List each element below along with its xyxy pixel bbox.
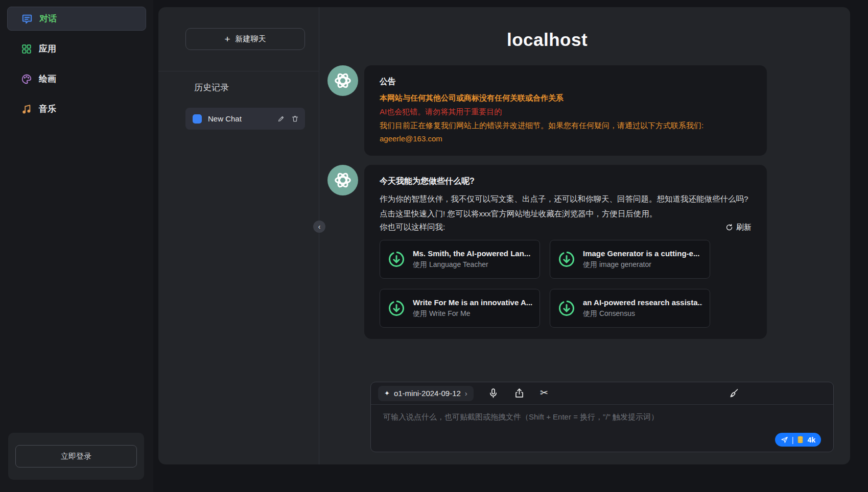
- sidebar-item-label: 音乐: [39, 103, 56, 115]
- coins-icon: [797, 436, 804, 444]
- model-label: o1-mini-2024-09-12: [394, 389, 461, 398]
- suggestion-subtitle: 使用 Language Teacher: [413, 260, 530, 269]
- suggestion-subtitle: 使用 Write For Me: [413, 309, 532, 318]
- history-item-actions: [277, 115, 299, 122]
- suggestion-card[interactable]: Ms. Smith, the AI-powered Lan... 使用 Lang…: [380, 240, 540, 279]
- model-selector[interactable]: ✦ o1-mini-2024-09-12 ›: [378, 386, 474, 401]
- welcome-body: 作为你的智慧伙伴，我不仅可以写文案、出点子，还可以和你聊天、回答问题。想知道我还…: [380, 192, 752, 221]
- announcement-line: AI也会犯错。请勿将其用于重要目的: [380, 106, 752, 117]
- chat-color-icon: [193, 114, 202, 124]
- use-app-icon: [387, 299, 406, 317]
- login-button[interactable]: 立即登录: [15, 445, 137, 468]
- apps-grid-icon: [21, 43, 32, 55]
- chat-bubble-icon: [21, 13, 33, 24]
- collapse-sidebar-button[interactable]: ‹: [313, 220, 325, 233]
- music-note-icon: [21, 104, 32, 115]
- history-item-new-chat[interactable]: New Chat: [185, 108, 305, 130]
- assistant-avatar: [327, 165, 358, 195]
- chat-list-divider: [158, 71, 319, 71]
- main-panel: + 新建聊天 历史记录 New Chat ‹ localhost: [158, 7, 850, 464]
- use-app-icon: [557, 299, 576, 317]
- suggestion-subtitle: 使用 Consensus: [583, 309, 702, 318]
- chat-area: ‹ localhost 公告 本网站与任何其他公司或商标没有任何关联或合作关系 …: [319, 7, 850, 464]
- message-input[interactable]: [371, 405, 833, 435]
- suggestion-title: Image Generator is a cutting-e...: [583, 249, 699, 258]
- suggestion-card[interactable]: an AI-powered research assista... 使用 Con…: [550, 289, 710, 328]
- send-token-badge[interactable]: | 4k: [775, 433, 821, 447]
- history-item-title: New Chat: [208, 114, 271, 123]
- composer-toolbar: ✦ o1-mini-2024-09-12 › ✂: [371, 382, 833, 405]
- page-title: localhost: [327, 30, 767, 50]
- refresh-label: 刷新: [736, 223, 752, 232]
- send-plane-icon: [781, 436, 788, 444]
- palette-icon: [21, 73, 32, 85]
- chevron-right-icon: ›: [465, 389, 467, 398]
- message-announcement: 公告 本网站与任何其他公司或商标没有任何关联或合作关系 AI也会犯错。请勿将其用…: [327, 65, 767, 156]
- plus-icon: +: [224, 34, 230, 44]
- separator: |: [792, 436, 794, 444]
- use-app-icon: [387, 250, 406, 268]
- microphone-icon[interactable]: [488, 388, 499, 399]
- suggestion-subtitle: 使用 image generator: [583, 260, 699, 269]
- token-count: 4k: [807, 436, 815, 444]
- new-chat-label: 新建聊天: [236, 34, 266, 44]
- sparkle-icon: ✦: [384, 389, 390, 397]
- refresh-button[interactable]: 刷新: [725, 223, 752, 232]
- new-chat-button[interactable]: + 新建聊天: [185, 28, 305, 50]
- prompt-line: 你也可以这样问我:: [380, 222, 445, 233]
- message-welcome: 今天我能为您做些什么呢? 作为你的智慧伙伴，我不仅可以写文案、出点子，还可以和你…: [327, 165, 767, 339]
- clear-broom-icon[interactable]: [729, 388, 739, 399]
- announcement-line: 我们目前正在修复我们网站上的错误并改进细节。如果您有任何疑问，请通过以下方式联系…: [380, 120, 752, 131]
- suggestion-cards: Ms. Smith, the AI-powered Lan... 使用 Lang…: [380, 240, 752, 328]
- openai-logo-icon: [333, 170, 353, 190]
- sidebar-item-label: 对话: [39, 13, 57, 24]
- sidebar-item-label: 应用: [39, 43, 56, 55]
- chat-list-panel: + 新建聊天 历史记录 New Chat: [158, 7, 319, 464]
- history-title: 历史记录: [194, 82, 229, 93]
- upload-icon[interactable]: [514, 388, 525, 399]
- refresh-icon: [725, 224, 733, 231]
- announcement-email[interactable]: ageerle@163.com: [380, 133, 752, 144]
- suggestion-title: Ms. Smith, the AI-powered Lan...: [413, 249, 530, 258]
- composer: ✦ o1-mini-2024-09-12 › ✂: [370, 382, 834, 452]
- sidebar-item-apps[interactable]: 应用: [7, 37, 146, 61]
- use-app-icon: [557, 250, 576, 268]
- announcement-line: 本网站与任何其他公司或商标没有任何关联或合作关系: [380, 92, 752, 104]
- edit-icon[interactable]: [277, 115, 285, 122]
- delete-icon[interactable]: [291, 115, 299, 122]
- welcome-heading: 今天我能为您做些什么呢?: [380, 176, 752, 187]
- assistant-avatar: [327, 65, 358, 96]
- suggestion-title: Write For Me is an innovative A...: [413, 298, 532, 307]
- announcement-bubble: 公告 本网站与任何其他公司或商标没有任何关联或合作关系 AI也会犯错。请勿将其用…: [364, 65, 767, 156]
- suggestion-card[interactable]: Write For Me is an innovative A... 使用 Wr…: [380, 289, 540, 328]
- sidebar: 对话 应用 绘画 音乐 立即登录: [0, 0, 153, 492]
- login-card: 立即登录: [8, 433, 144, 480]
- sidebar-item-label: 绘画: [39, 73, 56, 85]
- scissors-icon[interactable]: ✂: [540, 388, 551, 399]
- suggestion-title: an AI-powered research assista...: [583, 298, 702, 307]
- welcome-bubble: 今天我能为您做些什么呢? 作为你的智慧伙伴，我不仅可以写文案、出点子，还可以和你…: [364, 165, 767, 339]
- announcement-heading: 公告: [380, 77, 752, 87]
- suggestion-card[interactable]: Image Generator is a cutting-e... 使用 ima…: [550, 240, 710, 279]
- sidebar-item-drawing[interactable]: 绘画: [7, 67, 146, 91]
- chevron-left-icon: ‹: [318, 223, 321, 230]
- sidebar-item-music[interactable]: 音乐: [7, 97, 146, 121]
- openai-logo-icon: [333, 71, 353, 90]
- sidebar-item-chat[interactable]: 对话: [7, 7, 146, 31]
